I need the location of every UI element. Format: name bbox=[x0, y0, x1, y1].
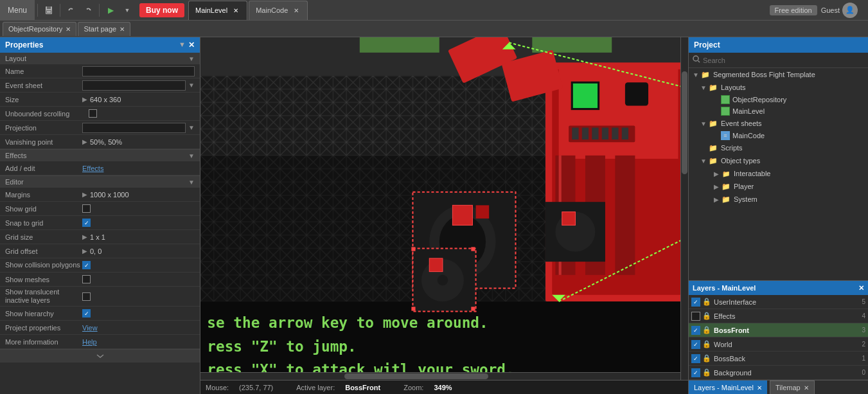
interactable-expand[interactable]: ▶ bbox=[712, 170, 721, 177]
object-types-expand[interactable]: ▼ bbox=[699, 157, 708, 165]
tree-object-types[interactable]: ▼ 📁 Object types bbox=[689, 154, 868, 167]
layer-row-effects[interactable]: 🔒 Effects 4 bbox=[689, 309, 868, 323]
svg-text:se the arrow key to move aroun: se the arrow key to move around. bbox=[207, 314, 488, 331]
layer-check-bossfront[interactable]: ✓ bbox=[691, 326, 700, 335]
event-sheet-input[interactable]: MainCode bbox=[82, 80, 186, 91]
grid-offset-expand[interactable]: ▶ bbox=[82, 247, 87, 255]
layer-check-world[interactable]: ✓ bbox=[691, 340, 700, 349]
layer-row-background[interactable]: ✓ 🔒 Background 0 bbox=[689, 366, 868, 380]
layer-row-bossback[interactable]: ✓ 🔒 BossBack 1 bbox=[689, 352, 868, 366]
save-button[interactable] bbox=[40, 2, 57, 19]
effects-section-title[interactable]: Effects ▼ bbox=[0, 150, 200, 161]
translucent-checkbox[interactable] bbox=[82, 292, 91, 301]
tree-root[interactable]: ▼ 📁 Segmented Boss Fight Template bbox=[689, 68, 868, 81]
layer-lock-userinterface[interactable]: 🔒 bbox=[702, 298, 711, 306]
menu-button[interactable]: Menu bbox=[0, 0, 35, 20]
tab-maincode-close[interactable]: ✕ bbox=[292, 6, 301, 15]
layer-check-userinterface[interactable]: ✓ bbox=[691, 298, 700, 307]
layer-row-bossfront[interactable]: ✓ 🔒 BossFront 3 bbox=[689, 323, 868, 337]
show-grid-checkbox[interactable] bbox=[82, 204, 91, 213]
system-folder-icon: 📁 bbox=[721, 194, 731, 204]
tree-scripts[interactable]: ▶ 📁 Scripts bbox=[689, 141, 868, 154]
unbounded-scrolling-checkbox[interactable] bbox=[89, 109, 97, 118]
show-hierarchy-checkbox[interactable]: ✓ bbox=[82, 309, 91, 318]
bottom-tab-tilemap[interactable]: Tilemap ✕ bbox=[770, 381, 815, 394]
tree-mainlevel[interactable]: ▶ MainLevel bbox=[689, 105, 868, 117]
properties-close[interactable]: ✕ bbox=[188, 40, 195, 49]
projection-input[interactable]: Perspective bbox=[82, 123, 186, 133]
prop-event-sheet: Event sheet MainCode ▼ bbox=[0, 78, 200, 93]
svg-rect-35 bbox=[615, 156, 635, 275]
projection-dropdown[interactable]: ▼ bbox=[188, 124, 195, 131]
root-expand[interactable]: ▼ bbox=[691, 71, 700, 78]
event-sheets-expand[interactable]: ▼ bbox=[699, 120, 708, 127]
editor-section-title[interactable]: Editor ▼ bbox=[0, 176, 200, 188]
bottom-tab-layers[interactable]: Layers - MainLevel ✕ bbox=[689, 381, 767, 394]
layer-lock-effects[interactable]: 🔒 bbox=[702, 312, 711, 320]
system-expand[interactable]: ▶ bbox=[712, 196, 721, 203]
effects-section-dropdown[interactable]: ▼ bbox=[188, 152, 195, 159]
svg-rect-56 bbox=[471, 307, 475, 310]
tab-mainlevel-close[interactable]: ✕ bbox=[231, 6, 240, 15]
layer-lock-world[interactable]: 🔒 bbox=[702, 340, 711, 348]
show-collision-checkbox[interactable]: ✓ bbox=[82, 261, 91, 269]
tree-maincode[interactable]: ▶ ≡ MainCode bbox=[689, 130, 868, 141]
redo-button[interactable] bbox=[80, 2, 96, 19]
properties-dropdown[interactable]: ▼ bbox=[179, 40, 186, 49]
name-input[interactable]: MainLevel bbox=[82, 66, 195, 76]
svg-rect-26 bbox=[582, 128, 589, 140]
undo-button[interactable] bbox=[63, 2, 80, 19]
prop-add-edit: Add / edit Effects bbox=[0, 161, 200, 175]
user-avatar[interactable]: 👤 bbox=[842, 3, 858, 18]
tree-system[interactable]: ▶ 📁 System bbox=[689, 193, 868, 206]
panel-scroll-down[interactable] bbox=[0, 350, 200, 363]
tree-objectrepository[interactable]: ▶ ObjectRepository bbox=[689, 94, 868, 105]
player-expand[interactable]: ▶ bbox=[712, 183, 721, 190]
tab-mainlevel[interactable]: MainLevel ✕ bbox=[188, 1, 247, 20]
tilemap-tab-close[interactable]: ✕ bbox=[804, 384, 809, 391]
tree-player[interactable]: ▶ 📁 Player bbox=[689, 180, 868, 193]
layers-close[interactable]: ✕ bbox=[858, 284, 864, 292]
canvas-area[interactable]: se the arrow key to move around. ress "Z… bbox=[200, 37, 688, 394]
play-button[interactable]: ▶ bbox=[102, 2, 119, 19]
canvas-scrollbar-vertical[interactable] bbox=[680, 37, 688, 380]
tab-startpage-close[interactable]: ✕ bbox=[120, 26, 125, 33]
effects-link[interactable]: Effects bbox=[82, 165, 103, 172]
tab-objectrepository[interactable]: ObjectRepository ✕ bbox=[3, 22, 76, 36]
layer-row-world[interactable]: ✓ 🔒 World 2 bbox=[689, 337, 868, 352]
vanishing-expand[interactable]: ▶ bbox=[82, 138, 87, 145]
layout-section-dropdown[interactable]: ▼ bbox=[188, 55, 195, 62]
layout-section-title[interactable]: Layout ▼ bbox=[0, 53, 200, 64]
project-properties-link[interactable]: View bbox=[82, 324, 98, 332]
tree-interactable[interactable]: ▶ 📁 Interactable bbox=[689, 167, 868, 180]
tree-layouts[interactable]: ▼ 📁 Layouts bbox=[689, 81, 868, 94]
prop-show-hierarchy: Show hierarchy ✓ bbox=[0, 307, 200, 321]
layer-check-effects[interactable] bbox=[691, 312, 700, 321]
tab-startpage[interactable]: Start page ✕ bbox=[78, 22, 130, 36]
more-info-link[interactable]: Help bbox=[82, 338, 97, 346]
grid-size-expand[interactable]: ▶ bbox=[82, 233, 87, 240]
buy-now-button[interactable]: Buy now bbox=[139, 3, 184, 17]
event-sheet-dropdown[interactable]: ▼ bbox=[188, 82, 195, 89]
tab-objectrepository-close[interactable]: ✕ bbox=[66, 26, 71, 33]
canvas-scrollbar-horizontal[interactable] bbox=[200, 372, 680, 380]
margins-expand[interactable]: ▶ bbox=[82, 191, 87, 198]
layer-lock-bossback[interactable]: 🔒 bbox=[702, 354, 711, 363]
show-meshes-checkbox[interactable] bbox=[82, 275, 91, 283]
layer-row-userinterface[interactable]: ✓ 🔒 UserInterface 5 bbox=[689, 295, 868, 309]
play-dropdown[interactable]: ▼ bbox=[119, 2, 136, 19]
tree-eventsheets[interactable]: ▼ 📁 Event sheets bbox=[689, 117, 868, 130]
layouts-expand[interactable]: ▼ bbox=[699, 84, 708, 91]
snap-to-grid-checkbox[interactable]: ✓ bbox=[82, 219, 91, 227]
size-expand[interactable]: ▶ bbox=[82, 96, 87, 103]
svg-rect-29 bbox=[612, 128, 618, 140]
layer-lock-background[interactable]: 🔒 bbox=[702, 368, 711, 377]
layers-tab-close[interactable]: ✕ bbox=[757, 384, 762, 391]
editor-section-dropdown[interactable]: ▼ bbox=[188, 179, 195, 186]
svg-rect-55 bbox=[411, 307, 415, 310]
layer-lock-bossfront[interactable]: 🔒 bbox=[702, 326, 711, 334]
tab-maincode[interactable]: MainCode ✕ bbox=[249, 1, 308, 20]
layer-check-background[interactable]: ✓ bbox=[691, 368, 700, 377]
layer-check-bossback[interactable]: ✓ bbox=[691, 354, 700, 363]
project-search-input[interactable] bbox=[703, 57, 864, 64]
